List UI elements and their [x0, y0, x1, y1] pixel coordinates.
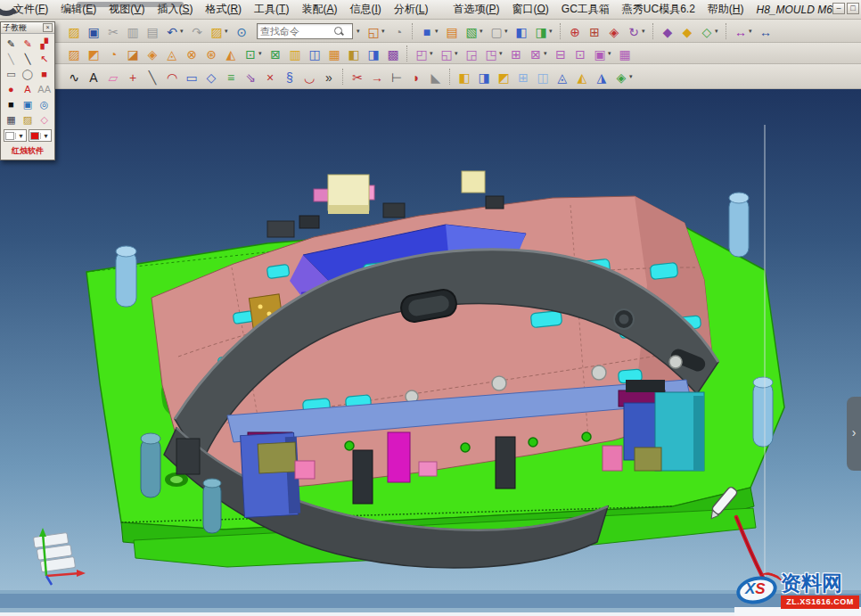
- text-icon[interactable]: A: [85, 68, 102, 86]
- display-board-icon[interactable]: ▤: [443, 22, 461, 40]
- trimmed-sheet-icon[interactable]: ◮: [593, 68, 611, 86]
- line-icon[interactable]: ╲: [144, 68, 161, 86]
- menu-format[interactable]: 格式(R): [199, 0, 248, 19]
- chevron-down-icon[interactable]: ▼: [40, 133, 51, 139]
- paste-icon[interactable]: ▤: [144, 22, 161, 40]
- offset-curve-icon[interactable]: ≡: [222, 68, 240, 86]
- save-icon[interactable]: ▣: [85, 22, 102, 40]
- wcs-dynamics-icon[interactable]: ◈: [605, 22, 623, 40]
- sew-face-icon[interactable]: ▦: [616, 45, 634, 62]
- trim-component-icon[interactable]: ◨: [365, 45, 382, 62]
- trim-region-icon[interactable]: ◬: [163, 45, 181, 62]
- wcs-origin-icon[interactable]: ⊞: [586, 22, 603, 40]
- pattern-face-icon[interactable]: ▣: [591, 45, 609, 62]
- rect-outline-icon[interactable]: ▭: [3, 66, 20, 81]
- blackboard-icon[interactable]: ■: [3, 96, 20, 111]
- view-layer-dropdown[interactable]: ▾: [480, 28, 487, 35]
- save-snapshot-icon[interactable]: ▦: [3, 111, 20, 127]
- undo-dropdown[interactable]: ▾: [180, 28, 187, 35]
- through-curves-icon[interactable]: ◩: [495, 68, 512, 86]
- cut-icon[interactable]: ✂: [104, 22, 122, 40]
- text-double-icon[interactable]: AA: [36, 81, 53, 96]
- ellipse-outline-icon[interactable]: ◯: [20, 66, 37, 81]
- menu-insert[interactable]: 插入(S): [151, 0, 199, 19]
- edge-patch-icon[interactable]: ◩: [85, 45, 102, 62]
- screen-annotate-icon[interactable]: ▣: [20, 96, 37, 111]
- fill-color-dropdown[interactable]: ▼: [29, 129, 52, 142]
- pen-black-icon[interactable]: ✎: [3, 36, 20, 51]
- rectangle-icon[interactable]: ▭: [183, 68, 201, 86]
- chamfer-icon[interactable]: ◣: [427, 68, 445, 86]
- magnifier-icon[interactable]: ◎: [36, 96, 53, 111]
- line-thin-icon[interactable]: ╲: [3, 51, 20, 66]
- sketch-icon[interactable]: ▱: [104, 68, 122, 86]
- menu-help[interactable]: 帮助(H): [701, 0, 750, 19]
- snap-point-icon[interactable]: ◇: [698, 22, 716, 40]
- arc-icon[interactable]: ◠: [163, 68, 181, 86]
- extend-curve-icon[interactable]: →: [368, 68, 386, 86]
- copy-icon[interactable]: ▥: [124, 22, 142, 40]
- screen-split-dropdown[interactable]: ▾: [381, 28, 389, 35]
- replace-face-icon[interactable]: ⊞: [507, 45, 525, 62]
- extruded-sheet-icon[interactable]: ◧: [455, 68, 473, 86]
- undo-icon[interactable]: ↶: [163, 22, 181, 40]
- face-split-icon[interactable]: ◪: [124, 45, 142, 62]
- mold-drawings-icon[interactable]: ◫: [306, 45, 324, 62]
- menu-view[interactable]: 视图(V): [102, 0, 151, 19]
- clip-section-icon[interactable]: ◧: [512, 22, 530, 40]
- measure-length-icon[interactable]: ↔: [757, 22, 775, 40]
- rect-filled-icon[interactable]: ■: [36, 66, 53, 81]
- bridge-curve-icon[interactable]: ◡: [300, 68, 318, 86]
- shaded-display-dropdown[interactable]: ▾: [435, 28, 442, 35]
- view-layer-icon[interactable]: ▧: [463, 22, 480, 40]
- surface-patch-icon[interactable]: ▨: [65, 45, 83, 62]
- wave-geometry-linker-icon[interactable]: ◰: [413, 45, 430, 62]
- parting-surface-icon[interactable]: ◭: [222, 45, 240, 62]
- promote-body-dropdown[interactable]: ▾: [455, 50, 462, 57]
- menu-analysis[interactable]: 分析(L): [388, 0, 435, 19]
- point-icon[interactable]: +: [124, 68, 142, 86]
- solid-patch-icon[interactable]: ◈: [144, 45, 161, 62]
- parting-lines-icon[interactable]: ⊛: [202, 45, 220, 62]
- screen-split-icon[interactable]: ◱: [365, 22, 382, 40]
- shape-diamond-icon[interactable]: ◇: [36, 111, 53, 127]
- pen-color-dropdown[interactable]: ▼: [4, 129, 27, 142]
- menu-information[interactable]: 信息(I): [343, 0, 387, 19]
- menu-file[interactable]: 文件(F): [7, 0, 54, 19]
- section-curve-icon[interactable]: §: [281, 68, 299, 86]
- part-info-icon[interactable]: ⊙: [233, 22, 250, 40]
- studio-spline-icon[interactable]: ∿: [65, 68, 83, 86]
- snap-point-dropdown[interactable]: ▾: [715, 28, 722, 35]
- sew-surface-dropdown[interactable]: ▾: [629, 73, 636, 80]
- lock-key-icon[interactable]: ◆: [678, 22, 696, 40]
- search-icon[interactable]: [333, 26, 344, 37]
- split-solid-icon[interactable]: ⊗: [183, 45, 201, 62]
- split-body-icon[interactable]: ◳: [482, 45, 500, 62]
- arrow-draw-icon[interactable]: ↖: [36, 51, 53, 66]
- menu-yanxiu-mold-tools[interactable]: 燕秀UC模具6.2: [616, 0, 701, 19]
- promote-body-icon[interactable]: ◱: [438, 45, 455, 62]
- wave-geometry-linker-dropdown[interactable]: ▾: [430, 50, 437, 57]
- graphics-viewport[interactable]: ›: [0, 89, 861, 590]
- open-recent-icon[interactable]: ▨: [208, 22, 226, 40]
- pocket-tool-icon[interactable]: ▩: [384, 45, 402, 62]
- highlighter-icon[interactable]: ▞: [36, 36, 53, 51]
- pen-red-icon[interactable]: ✎: [20, 36, 37, 51]
- split-body-dropdown[interactable]: ▾: [499, 50, 506, 57]
- define-region-icon[interactable]: ⊡: [242, 45, 259, 62]
- cavity-block-icon[interactable]: ▦: [325, 45, 343, 62]
- through-curve-mesh-icon[interactable]: ⊞: [514, 68, 532, 86]
- menu-gc-toolbox[interactable]: GC工具箱: [555, 0, 616, 19]
- delete-face-dropdown[interactable]: ▾: [544, 50, 551, 57]
- chevron-down-icon[interactable]: ▼: [15, 133, 26, 139]
- resource-bar-collapse-tab[interactable]: ›: [847, 397, 861, 471]
- polygon-icon[interactable]: ◇: [202, 68, 220, 86]
- pattern-face-dropdown[interactable]: ▾: [608, 50, 615, 57]
- palette-title-bar[interactable]: 子教鞭 ×: [1, 22, 54, 34]
- line-thick-icon[interactable]: ╲: [20, 51, 37, 66]
- menu-assemblies[interactable]: 装配(A): [295, 0, 343, 19]
- measure-distance-icon[interactable]: ↔: [732, 22, 750, 40]
- menu-preferences[interactable]: 首选项(P): [447, 0, 505, 19]
- extract-region-icon[interactable]: ⊠: [266, 45, 284, 62]
- curve-length-icon[interactable]: ⊢: [388, 68, 406, 86]
